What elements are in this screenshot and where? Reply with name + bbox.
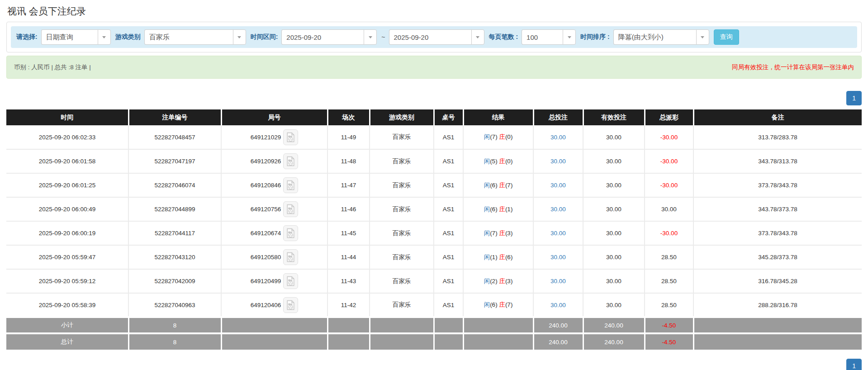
video-replay-button[interactable] (283, 225, 298, 241)
payout-cell: 30.00 (645, 197, 693, 221)
bet-id-cell: 522827040963 (128, 293, 221, 317)
column-header-5: 桌号 (434, 109, 463, 125)
table-no-cell: AS1 (434, 197, 463, 221)
column-header-2: 局号 (221, 109, 327, 125)
query-type-select[interactable]: 日期查询 (41, 29, 111, 45)
video-replay-button[interactable] (283, 153, 298, 169)
round-cell: 649120499 (221, 269, 327, 293)
table-row: 2025-09-20 06:02:33522827048457649121029… (6, 125, 862, 149)
subtotal-row-table (434, 317, 463, 333)
table-row: 2025-09-20 06:00:19522827044117649120674… (6, 221, 862, 245)
video-replay-button[interactable] (283, 297, 298, 313)
subtotal-row-note (693, 317, 862, 333)
game-type-cell: 百家乐 (370, 173, 434, 197)
total-bet-cell: 30.00 (533, 269, 583, 293)
bet-id-cell: 522827042009 (128, 269, 221, 293)
total-bet-link[interactable]: 30.00 (550, 158, 566, 165)
total-row-session (327, 333, 370, 350)
result-player-label: 闲 (484, 301, 490, 308)
chevron-down-icon[interactable] (696, 29, 709, 45)
session-cell: 11-42 (327, 293, 370, 317)
column-header-3: 场次 (327, 109, 370, 125)
per-page-select[interactable]: 100 (522, 29, 576, 45)
page-button-1[interactable]: 1 (846, 359, 862, 370)
total-bet-link[interactable]: 30.00 (550, 134, 566, 141)
video-replay-button[interactable] (283, 129, 298, 145)
bet-id-cell: 522827046074 (128, 173, 221, 197)
total-bet-link[interactable]: 30.00 (550, 230, 566, 237)
total-row-result (463, 333, 533, 350)
page-title: 视讯 会员下注纪录 (7, 5, 862, 18)
sort-select[interactable]: 降冪(由大到小) (613, 29, 709, 45)
subtotal-row-label: 小计 (6, 317, 128, 333)
summary-text: 币别 : 人民币 | 总共 :8 注单 | (14, 63, 91, 71)
table-row: 2025-09-20 06:00:49522827044899649120756… (6, 197, 862, 221)
date-from-select[interactable]: 2025-09-20 (281, 29, 377, 45)
round-id: 649120926 (251, 158, 281, 165)
payout-cell: -30.00 (645, 149, 693, 173)
summary-bar: 币别 : 人民币 | 总共 :8 注单 | 同局有效投注，统一计算在该局第一张注… (6, 56, 862, 79)
total-bet-link[interactable]: 30.00 (550, 206, 566, 213)
note-cell: 373.78/343.78 (693, 221, 862, 245)
total-bet-link[interactable]: 30.00 (550, 182, 566, 189)
per-page-value: 100 (522, 29, 563, 45)
time-cell: 2025-09-20 06:00:49 (6, 197, 128, 221)
subtotal-row: 小计8240.00240.00-4.50 (6, 317, 862, 333)
note-cell: 313.78/283.78 (693, 125, 862, 149)
game-type-select[interactable]: 百家乐 (144, 29, 246, 45)
payout-cell: -30.00 (645, 125, 693, 149)
session-cell: 11-43 (327, 269, 370, 293)
time-cell: 2025-09-20 06:01:58 (6, 149, 128, 173)
note-cell: 343.78/373.78 (693, 197, 862, 221)
total-bet-link[interactable]: 30.00 (550, 278, 566, 285)
date-to-select[interactable]: 2025-09-20 (389, 29, 484, 45)
table-no-cell: AS1 (434, 293, 463, 317)
table-row: 2025-09-20 05:59:12522827042009649120499… (6, 269, 862, 293)
video-replay-button[interactable] (283, 177, 298, 193)
page-button-1[interactable]: 1 (846, 91, 862, 105)
session-cell: 11-49 (327, 125, 370, 149)
result-banker-label: 庄 (499, 230, 505, 237)
query-type-value: 日期查询 (41, 29, 98, 45)
sort-value: 降冪(由大到小) (613, 29, 696, 45)
result-cell: 闲(7) 庄(3) (463, 221, 533, 245)
chevron-down-icon[interactable] (364, 29, 377, 45)
result-banker-label: 庄 (499, 301, 505, 308)
column-header-10: 备注 (693, 109, 862, 125)
round-id: 649120499 (251, 278, 281, 285)
chevron-down-icon[interactable] (471, 29, 484, 45)
chevron-down-icon[interactable] (563, 29, 576, 45)
query-button[interactable]: 查询 (714, 29, 739, 45)
total-row-table (434, 333, 463, 350)
round-id: 649120674 (251, 230, 281, 237)
filter-panel: 请选择: 日期查询 游戏类别 百家乐 时间区间: 2025-09-20 ~ 20… (6, 22, 862, 52)
video-replay-button[interactable] (283, 201, 298, 217)
summary-note: 同局有效投注，统一计算在该局第一张注单内 (732, 63, 854, 71)
total-row-game (370, 333, 434, 350)
round-id: 649120406 (251, 302, 281, 308)
range-separator: ~ (381, 33, 385, 41)
total-bet-link[interactable]: 30.00 (550, 254, 566, 261)
chevron-down-icon[interactable] (98, 29, 111, 45)
total-bet-cell: 30.00 (533, 293, 583, 317)
round-cell: 649120674 (221, 221, 327, 245)
session-cell: 11-44 (327, 245, 370, 269)
bet-id-cell: 522827047197 (128, 149, 221, 173)
note-cell: 316.78/345.28 (693, 269, 862, 293)
table-row: 2025-09-20 05:59:47522827043120649120580… (6, 245, 862, 269)
result-cell: 闲(1) 庄(6) (463, 245, 533, 269)
session-cell: 11-46 (327, 197, 370, 221)
result-banker-label: 庄 (499, 182, 505, 189)
total-bet-link[interactable]: 30.00 (550, 302, 566, 308)
result-cell: 闲(6) 庄(1) (463, 197, 533, 221)
subtotal-row-game (370, 317, 434, 333)
result-banker-label: 庄 (499, 278, 505, 285)
session-cell: 11-45 (327, 221, 370, 245)
valid-bet-cell: 30.00 (583, 173, 645, 197)
video-replay-button[interactable] (283, 273, 298, 289)
subtotal-row-result (463, 317, 533, 333)
chevron-down-icon[interactable] (233, 29, 246, 45)
video-replay-button[interactable] (283, 249, 298, 265)
sort-label: 时间排序 : (580, 33, 610, 41)
column-header-7: 总投注 (533, 109, 583, 125)
